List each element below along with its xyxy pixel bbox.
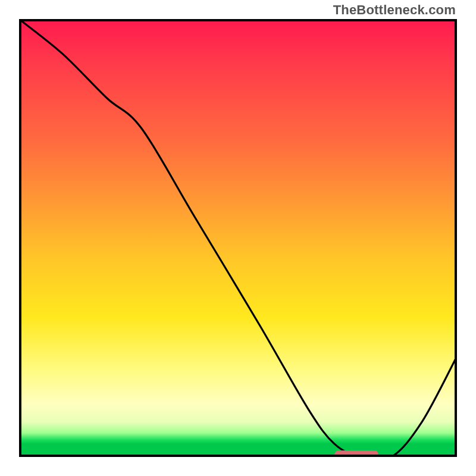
watermark-label: TheBottleneck.com [333, 2, 456, 18]
chart-container: TheBottleneck.com [0, 0, 476, 476]
optimal-range-marker [334, 450, 378, 457]
bottleneck-curve [19, 19, 457, 457]
plot-area [19, 19, 457, 457]
